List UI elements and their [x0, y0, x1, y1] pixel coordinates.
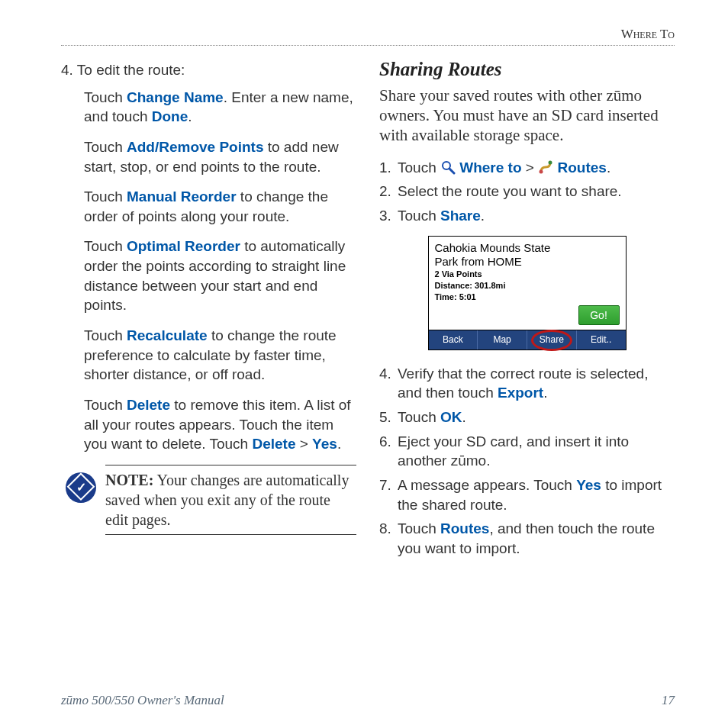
step-3: 3. Touch Share.	[379, 206, 675, 226]
manual-title: zūmo 500/550 Owner's Manual	[61, 693, 224, 708]
done-label: Done	[152, 108, 188, 124]
screenshot-body: Cahokia Mounds State Park from HOME 2 Vi…	[429, 237, 626, 330]
step-5: 5. Touch OK.	[379, 407, 675, 427]
step-6: 6. Eject your SD card, and insert it int…	[379, 432, 675, 471]
step-1: 1. Touch Where to > Routes.	[379, 158, 675, 178]
step-4-lead: 4. To edit the route:	[61, 60, 356, 80]
route-name-line2: Park from HOME	[435, 255, 620, 268]
change-name-label: Change Name	[127, 89, 224, 105]
ok-label: OK	[440, 409, 462, 425]
screenshot-button-bar: Back Map Share Edit..	[429, 330, 626, 349]
svg-point-3	[540, 169, 543, 173]
sharing-routes-intro: Share your saved routes with other zūmo …	[379, 85, 675, 146]
edit-button[interactable]: Edit..	[577, 330, 626, 349]
where-to-label: Where to	[459, 159, 521, 176]
svg-line-1	[449, 169, 454, 173]
steps-list-b: 4. Verify that the correct route is sele…	[379, 364, 675, 559]
right-column: Sharing Routes Share your saved routes w…	[379, 56, 675, 652]
device-screenshot: Cahokia Mounds State Park from HOME 2 Vi…	[428, 236, 627, 350]
edit-option-change-name: Touch Change Name. Enter a new name, and…	[84, 88, 356, 127]
edit-option-recalculate: Touch Recalculate to change the route pr…	[84, 326, 356, 385]
svg-point-2	[549, 160, 552, 164]
routes-import-label: Routes	[440, 520, 489, 536]
time: Time: 5:01	[435, 292, 620, 302]
magnifier-icon	[440, 159, 456, 175]
page-number: 17	[662, 693, 675, 708]
back-button[interactable]: Back	[429, 330, 478, 349]
manual-reorder-label: Manual Reorder	[127, 188, 237, 205]
delete-label: Delete	[127, 397, 170, 413]
yes-label: Yes	[312, 436, 337, 452]
edit-option-manual-reorder: Touch Manual Reorder to change the order…	[84, 187, 356, 226]
note-label: NOTE:	[105, 472, 153, 488]
manual-page: Where To 4. To edit the route: Touch Cha…	[0, 0, 728, 728]
via-points: 2 Via Points	[435, 269, 620, 279]
routes-icon	[538, 159, 553, 175]
edit-option-add-remove: Touch Add/Remove Points to add new start…	[84, 137, 356, 176]
yes-import-label: Yes	[576, 477, 601, 493]
optimal-reorder-label: Optimal Reorder	[127, 238, 240, 254]
map-button[interactable]: Map	[478, 330, 527, 349]
edit-option-optimal-reorder: Touch Optimal Reorder to automatically o…	[84, 237, 356, 315]
section-header: Where To	[61, 27, 675, 46]
export-label: Export	[498, 385, 543, 401]
step-4: 4. Verify that the correct route is sele…	[379, 364, 675, 403]
steps-list-a: 1. Touch Where to > Routes. 2. Select th…	[379, 158, 675, 226]
recalculate-label: Recalculate	[127, 327, 208, 343]
step-2: 2. Select the route you want to share.	[379, 182, 675, 201]
step-7: 7. A message appears. Touch Yes to impor…	[379, 475, 675, 514]
share-label: Share	[440, 208, 481, 224]
distance: Distance: 301.8mi	[435, 281, 620, 291]
note-check-icon	[66, 472, 96, 503]
share-button[interactable]: Share	[527, 330, 577, 349]
step-8: 8. Touch Routes, and then touch the rout…	[379, 519, 675, 558]
route-name-line1: Cahokia Mounds State	[435, 241, 620, 254]
edit-option-delete: Touch Delete to remove this item. A list…	[84, 395, 356, 454]
routes-label: Routes	[557, 159, 606, 176]
content-columns: 4. To edit the route: Touch Change Name.…	[61, 56, 675, 652]
sharing-routes-title: Sharing Routes	[379, 56, 675, 82]
note-block: NOTE: Your changes are automatically sav…	[66, 465, 356, 535]
note-body: NOTE: Your changes are automatically sav…	[105, 465, 356, 535]
delete-label-2: Delete	[252, 436, 295, 452]
go-button[interactable]: Go!	[578, 305, 620, 325]
page-footer: zūmo 500/550 Owner's Manual 17	[61, 693, 675, 708]
left-column: 4. To edit the route: Touch Change Name.…	[61, 56, 356, 652]
add-remove-points-label: Add/Remove Points	[127, 139, 263, 155]
